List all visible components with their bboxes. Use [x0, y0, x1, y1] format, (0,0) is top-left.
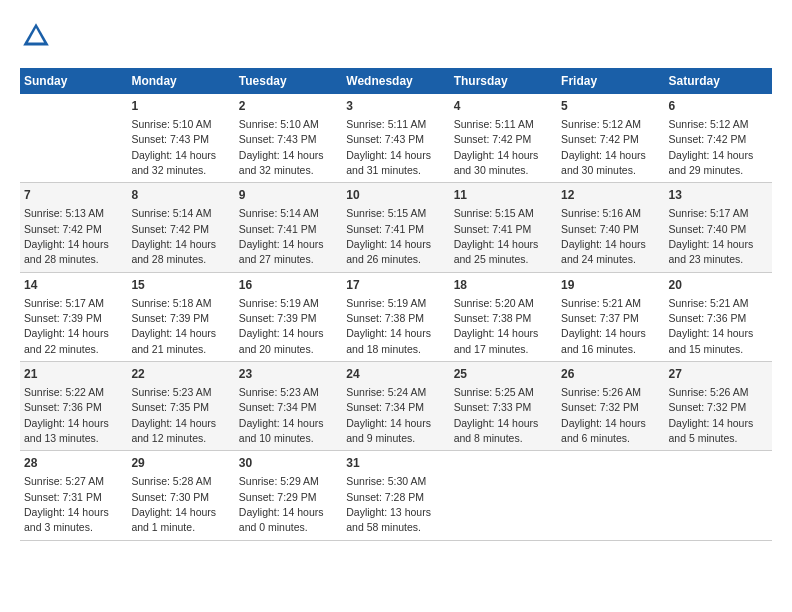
day-cell: 5Sunrise: 5:12 AM Sunset: 7:42 PM Daylig… [557, 94, 664, 183]
day-info: Sunrise: 5:26 AM Sunset: 7:32 PM Dayligh… [669, 386, 754, 444]
logo-icon [20, 20, 52, 52]
day-number: 8 [131, 187, 230, 204]
day-number: 17 [346, 277, 445, 294]
day-info: Sunrise: 5:18 AM Sunset: 7:39 PM Dayligh… [131, 297, 216, 355]
day-info: Sunrise: 5:15 AM Sunset: 7:41 PM Dayligh… [346, 207, 431, 265]
day-cell: 1Sunrise: 5:10 AM Sunset: 7:43 PM Daylig… [127, 94, 234, 183]
day-info: Sunrise: 5:24 AM Sunset: 7:34 PM Dayligh… [346, 386, 431, 444]
day-info: Sunrise: 5:28 AM Sunset: 7:30 PM Dayligh… [131, 475, 216, 533]
day-number: 15 [131, 277, 230, 294]
day-cell [20, 94, 127, 183]
week-row-2: 7Sunrise: 5:13 AM Sunset: 7:42 PM Daylig… [20, 183, 772, 272]
day-number: 21 [24, 366, 123, 383]
day-info: Sunrise: 5:14 AM Sunset: 7:41 PM Dayligh… [239, 207, 324, 265]
day-cell: 14Sunrise: 5:17 AM Sunset: 7:39 PM Dayli… [20, 272, 127, 361]
day-info: Sunrise: 5:23 AM Sunset: 7:35 PM Dayligh… [131, 386, 216, 444]
day-cell: 11Sunrise: 5:15 AM Sunset: 7:41 PM Dayli… [450, 183, 557, 272]
header-sunday: Sunday [20, 68, 127, 94]
day-number: 12 [561, 187, 660, 204]
day-cell: 25Sunrise: 5:25 AM Sunset: 7:33 PM Dayli… [450, 362, 557, 451]
day-info: Sunrise: 5:10 AM Sunset: 7:43 PM Dayligh… [131, 118, 216, 176]
day-info: Sunrise: 5:20 AM Sunset: 7:38 PM Dayligh… [454, 297, 539, 355]
day-cell: 19Sunrise: 5:21 AM Sunset: 7:37 PM Dayli… [557, 272, 664, 361]
header-wednesday: Wednesday [342, 68, 449, 94]
day-number: 11 [454, 187, 553, 204]
day-number: 30 [239, 455, 338, 472]
day-number: 27 [669, 366, 768, 383]
week-row-5: 28Sunrise: 5:27 AM Sunset: 7:31 PM Dayli… [20, 451, 772, 540]
day-number: 14 [24, 277, 123, 294]
day-number: 7 [24, 187, 123, 204]
day-cell: 29Sunrise: 5:28 AM Sunset: 7:30 PM Dayli… [127, 451, 234, 540]
page-header [20, 20, 772, 52]
day-number: 4 [454, 98, 553, 115]
day-cell: 8Sunrise: 5:14 AM Sunset: 7:42 PM Daylig… [127, 183, 234, 272]
week-row-3: 14Sunrise: 5:17 AM Sunset: 7:39 PM Dayli… [20, 272, 772, 361]
day-number: 23 [239, 366, 338, 383]
day-info: Sunrise: 5:19 AM Sunset: 7:39 PM Dayligh… [239, 297, 324, 355]
day-cell: 26Sunrise: 5:26 AM Sunset: 7:32 PM Dayli… [557, 362, 664, 451]
day-number: 6 [669, 98, 768, 115]
day-info: Sunrise: 5:21 AM Sunset: 7:37 PM Dayligh… [561, 297, 646, 355]
day-cell: 17Sunrise: 5:19 AM Sunset: 7:38 PM Dayli… [342, 272, 449, 361]
day-info: Sunrise: 5:11 AM Sunset: 7:42 PM Dayligh… [454, 118, 539, 176]
day-cell: 9Sunrise: 5:14 AM Sunset: 7:41 PM Daylig… [235, 183, 342, 272]
day-cell: 22Sunrise: 5:23 AM Sunset: 7:35 PM Dayli… [127, 362, 234, 451]
day-cell: 24Sunrise: 5:24 AM Sunset: 7:34 PM Dayli… [342, 362, 449, 451]
day-number: 13 [669, 187, 768, 204]
day-info: Sunrise: 5:11 AM Sunset: 7:43 PM Dayligh… [346, 118, 431, 176]
logo [20, 20, 56, 52]
day-cell: 16Sunrise: 5:19 AM Sunset: 7:39 PM Dayli… [235, 272, 342, 361]
day-cell: 7Sunrise: 5:13 AM Sunset: 7:42 PM Daylig… [20, 183, 127, 272]
day-number: 28 [24, 455, 123, 472]
header-row: Sunday Monday Tuesday Wednesday Thursday… [20, 68, 772, 94]
day-cell [557, 451, 664, 540]
day-info: Sunrise: 5:17 AM Sunset: 7:40 PM Dayligh… [669, 207, 754, 265]
day-cell: 3Sunrise: 5:11 AM Sunset: 7:43 PM Daylig… [342, 94, 449, 183]
day-cell: 27Sunrise: 5:26 AM Sunset: 7:32 PM Dayli… [665, 362, 772, 451]
day-number: 31 [346, 455, 445, 472]
header-monday: Monday [127, 68, 234, 94]
day-info: Sunrise: 5:26 AM Sunset: 7:32 PM Dayligh… [561, 386, 646, 444]
day-cell: 15Sunrise: 5:18 AM Sunset: 7:39 PM Dayli… [127, 272, 234, 361]
day-cell: 31Sunrise: 5:30 AM Sunset: 7:28 PM Dayli… [342, 451, 449, 540]
day-info: Sunrise: 5:19 AM Sunset: 7:38 PM Dayligh… [346, 297, 431, 355]
day-number: 29 [131, 455, 230, 472]
day-info: Sunrise: 5:13 AM Sunset: 7:42 PM Dayligh… [24, 207, 109, 265]
header-thursday: Thursday [450, 68, 557, 94]
header-friday: Friday [557, 68, 664, 94]
day-info: Sunrise: 5:23 AM Sunset: 7:34 PM Dayligh… [239, 386, 324, 444]
header-saturday: Saturday [665, 68, 772, 94]
day-number: 5 [561, 98, 660, 115]
calendar-body: 1Sunrise: 5:10 AM Sunset: 7:43 PM Daylig… [20, 94, 772, 540]
day-info: Sunrise: 5:17 AM Sunset: 7:39 PM Dayligh… [24, 297, 109, 355]
day-number: 1 [131, 98, 230, 115]
day-cell: 20Sunrise: 5:21 AM Sunset: 7:36 PM Dayli… [665, 272, 772, 361]
day-number: 10 [346, 187, 445, 204]
day-cell: 28Sunrise: 5:27 AM Sunset: 7:31 PM Dayli… [20, 451, 127, 540]
day-info: Sunrise: 5:21 AM Sunset: 7:36 PM Dayligh… [669, 297, 754, 355]
day-number: 26 [561, 366, 660, 383]
day-cell [665, 451, 772, 540]
day-number: 20 [669, 277, 768, 294]
day-info: Sunrise: 5:27 AM Sunset: 7:31 PM Dayligh… [24, 475, 109, 533]
day-cell: 18Sunrise: 5:20 AM Sunset: 7:38 PM Dayli… [450, 272, 557, 361]
day-info: Sunrise: 5:29 AM Sunset: 7:29 PM Dayligh… [239, 475, 324, 533]
day-number: 24 [346, 366, 445, 383]
week-row-1: 1Sunrise: 5:10 AM Sunset: 7:43 PM Daylig… [20, 94, 772, 183]
day-cell: 2Sunrise: 5:10 AM Sunset: 7:43 PM Daylig… [235, 94, 342, 183]
day-info: Sunrise: 5:15 AM Sunset: 7:41 PM Dayligh… [454, 207, 539, 265]
day-number: 3 [346, 98, 445, 115]
day-number: 2 [239, 98, 338, 115]
day-cell: 6Sunrise: 5:12 AM Sunset: 7:42 PM Daylig… [665, 94, 772, 183]
day-cell: 10Sunrise: 5:15 AM Sunset: 7:41 PM Dayli… [342, 183, 449, 272]
day-cell: 4Sunrise: 5:11 AM Sunset: 7:42 PM Daylig… [450, 94, 557, 183]
day-number: 19 [561, 277, 660, 294]
day-cell: 13Sunrise: 5:17 AM Sunset: 7:40 PM Dayli… [665, 183, 772, 272]
day-info: Sunrise: 5:12 AM Sunset: 7:42 PM Dayligh… [561, 118, 646, 176]
day-info: Sunrise: 5:25 AM Sunset: 7:33 PM Dayligh… [454, 386, 539, 444]
calendar-header: Sunday Monday Tuesday Wednesday Thursday… [20, 68, 772, 94]
week-row-4: 21Sunrise: 5:22 AM Sunset: 7:36 PM Dayli… [20, 362, 772, 451]
header-tuesday: Tuesday [235, 68, 342, 94]
day-cell: 12Sunrise: 5:16 AM Sunset: 7:40 PM Dayli… [557, 183, 664, 272]
